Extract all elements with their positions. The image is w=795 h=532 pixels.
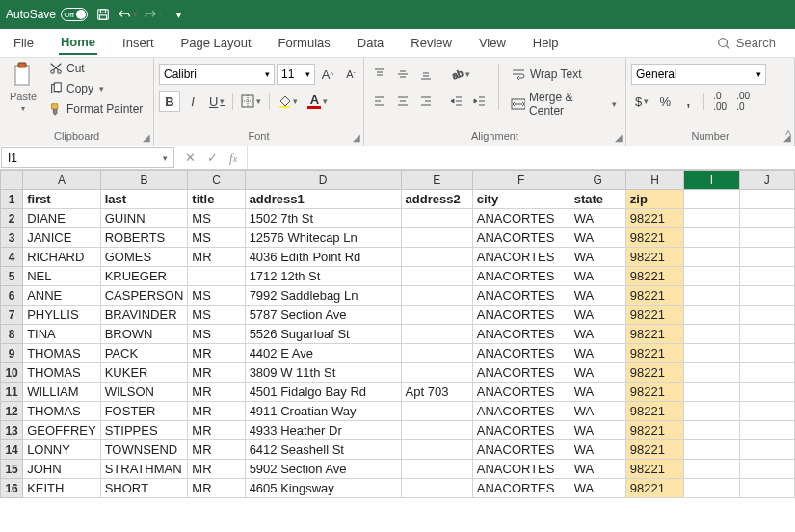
cell[interactable]: address1 [245,190,401,209]
row-header-1[interactable]: 1 [1,190,23,209]
cell[interactable]: 98221 [625,479,684,498]
cell[interactable] [684,228,739,248]
cell[interactable]: 98221 [625,421,684,440]
merge-center-button[interactable]: Merge & Center [507,89,621,120]
cell[interactable]: PHYLLIS [23,306,101,325]
cell[interactable] [739,479,794,498]
cell[interactable] [739,383,794,402]
font-size-select[interactable]: 11▾ [277,64,315,85]
cell[interactable]: SHORT [100,479,188,498]
cell[interactable]: WA [570,421,625,440]
percent-format-button[interactable]: % [654,91,676,112]
border-button[interactable] [237,91,265,112]
cell[interactable]: WILLIAM [23,383,101,402]
cell[interactable]: MR [188,383,245,402]
name-box[interactable]: I1 ▾ [1,147,174,168]
decrease-decimal-button[interactable]: .00.0 [732,91,754,112]
cell[interactable] [739,248,794,267]
row-header-3[interactable]: 3 [1,228,23,248]
cell[interactable] [684,267,739,286]
cell[interactable]: RICHARD [23,248,101,267]
cell[interactable]: MS [188,286,245,306]
cell[interactable] [739,267,794,286]
cell[interactable] [739,209,794,228]
cell[interactable]: ANACORTES [472,344,570,363]
cell[interactable]: 98221 [625,325,684,344]
cell[interactable]: 1712 12th St [245,267,401,286]
tab-formulas[interactable]: Formulas [277,32,332,54]
number-format-select[interactable]: General▾ [631,64,766,85]
cell[interactable]: TINA [23,325,101,344]
cell[interactable]: THOMAS [23,344,101,363]
cell[interactable]: BROWN [100,325,188,344]
cell[interactable]: Apt 703 [401,383,472,402]
row-header-8[interactable]: 8 [1,325,23,344]
qat-customize[interactable]: ▾ [169,5,188,24]
cell[interactable] [739,440,794,460]
cell[interactable]: LONNY [23,440,101,460]
cell[interactable] [401,402,472,421]
toggle-switch[interactable]: Off [61,8,88,21]
cell[interactable]: ANACORTES [472,460,570,479]
copy-button[interactable]: Copy [45,80,146,97]
cell[interactable]: 98221 [625,209,684,228]
decrease-indent-button[interactable] [446,91,467,112]
row-header-12[interactable]: 12 [1,402,23,421]
cell[interactable]: FOSTER [100,402,188,421]
fx-icon[interactable]: fx [229,150,237,166]
cell[interactable]: 98221 [625,286,684,306]
cell[interactable] [401,267,472,286]
cell[interactable]: 3809 W 11th St [245,363,401,383]
cell[interactable] [401,479,472,498]
row-header-5[interactable]: 5 [1,267,23,286]
col-header-B[interactable]: B [100,171,188,190]
cell[interactable]: MS [188,209,245,228]
cell[interactable]: KEITH [23,479,101,498]
cell[interactable] [739,325,794,344]
col-header-H[interactable]: H [625,171,684,190]
cell[interactable] [401,460,472,479]
collapse-ribbon-button[interactable]: ^ [785,128,791,142]
cell[interactable]: 4933 Heather Dr [245,421,401,440]
cell[interactable]: 4036 Edith Point Rd [245,248,401,267]
cell[interactable] [739,190,794,209]
row-header-11[interactable]: 11 [1,383,23,402]
cell[interactable]: NEL [23,267,101,286]
formula-input[interactable] [247,146,795,169]
cell[interactable]: ANACORTES [472,286,570,306]
row-header-9[interactable]: 9 [1,344,23,363]
cell[interactable]: PACK [100,344,188,363]
cell[interactable] [684,440,739,460]
cell[interactable]: 98221 [625,306,684,325]
cell[interactable] [739,363,794,383]
row-header-15[interactable]: 15 [1,460,23,479]
cell[interactable] [684,190,739,209]
cell[interactable]: MS [188,306,245,325]
cell[interactable] [684,325,739,344]
row-header-6[interactable]: 6 [1,286,23,306]
cell[interactable]: ANACORTES [472,479,570,498]
tab-view[interactable]: View [477,32,508,54]
row-header-4[interactable]: 4 [1,248,23,267]
cell[interactable]: WA [570,267,625,286]
col-header-G[interactable]: G [570,171,625,190]
col-header-F[interactable]: F [472,171,570,190]
cell[interactable] [401,209,472,228]
tab-help[interactable]: Help [531,32,561,54]
italic-button[interactable]: I [182,91,203,112]
cell[interactable]: WA [570,228,625,248]
cell[interactable]: first [23,190,101,209]
cell[interactable]: 4605 Kingsway [245,479,401,498]
cell[interactable]: WA [570,402,625,421]
tab-page-layout[interactable]: Page Layout [179,32,253,54]
orientation-button[interactable]: ab [446,64,474,85]
cell[interactable]: MR [188,440,245,460]
cell[interactable]: ANACORTES [472,421,570,440]
cell[interactable]: 98221 [625,460,684,479]
undo-button[interactable] [119,5,138,24]
select-all-corner[interactable] [1,171,23,190]
cell[interactable]: 98221 [625,228,684,248]
cell[interactable]: WA [570,286,625,306]
cell[interactable]: JANICE [23,228,101,248]
cell[interactable] [739,460,794,479]
